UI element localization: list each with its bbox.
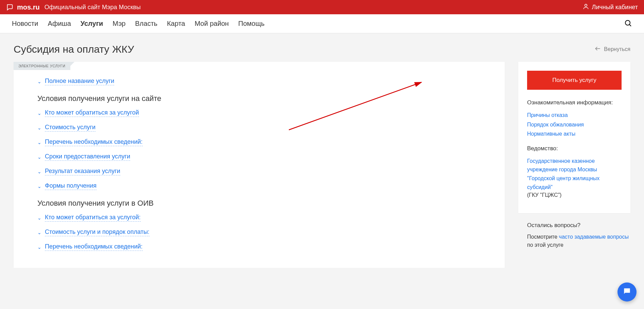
accordion-label: Перечень необходимых сведений: [45,138,143,146]
chevron-down-icon: ⌄ [37,244,41,250]
info-heading: Ознакомительная информация: [527,99,622,106]
nav-item-2[interactable]: Услуги [81,20,103,28]
main-card: ЭЛЕКТРОННЫЕ УСЛУГИ ⌄ Полное название усл… [14,62,505,268]
accordion-site-1[interactable]: ⌄Стоимость услуги [24,124,494,132]
accordion-oiv-1[interactable]: ⌄Стоимость услуги и порядок оплаты: [24,228,494,236]
sidebar-card: Получить услугу Ознакомительная информац… [518,62,630,213]
site-description: Официальный сайт Мэра Москвы [45,4,141,11]
questions-heading: Остались вопросы? [527,222,630,229]
chevron-down-icon: ⌄ [37,184,41,189]
accordion-label: Формы получения [45,182,97,190]
accordion-site-2[interactable]: ⌄Перечень необходимых сведений: [24,138,494,146]
svg-point-1 [625,20,630,25]
chevron-down-icon: ⌄ [37,230,41,235]
accordion-label: Сроки предоставления услуги [45,153,130,161]
page-header: Субсидия на оплату ЖКУ Вернуться [14,44,630,55]
accordion-site-4[interactable]: ⌄Результат оказания услуги [24,168,494,175]
agency-heading: Ведомство: [527,145,622,152]
section-title-site: Условия получения услуги на сайте [24,94,494,103]
accordion-site-5[interactable]: ⌄Формы получения [24,182,494,190]
account-link[interactable]: Личный кабинет [582,3,638,12]
nav-item-4[interactable]: Власть [135,20,158,28]
agency-link[interactable]: Государственное казенное учреждение горо… [527,157,622,191]
back-link[interactable]: Вернуться [594,45,630,53]
nav-item-1[interactable]: Афиша [48,20,71,28]
back-label: Вернуться [604,46,630,52]
info-link-0[interactable]: Причины отказа [527,111,622,120]
search-icon[interactable] [624,19,632,29]
nav-items: НовостиАфишаУслугиМэрВластьКартаМой райо… [12,20,264,28]
agency-short: (ГКУ "ГЦЖС") [527,192,622,198]
main-nav: НовостиАфишаУслугиМэрВластьКартаМой райо… [0,14,644,33]
accordion-label: Результат оказания услуги [45,168,120,175]
layout: ЭЛЕКТРОННЫЕ УСЛУГИ ⌄ Полное название усл… [14,62,630,268]
info-links: Причины отказаПорядок обжалованияНормати… [527,111,622,138]
accordion-label: Кто может обратиться за услугой: [45,214,141,222]
nav-item-7[interactable]: Помощь [238,20,264,28]
svg-point-0 [585,4,587,6]
accordion-label: Полное название услуги [45,78,114,85]
accordion-label: Стоимость услуги и порядок оплаты: [45,228,150,236]
questions-text: Посмотрите часто задаваемые вопросы по э… [527,233,630,249]
chevron-down-icon: ⌄ [37,154,41,160]
info-link-1[interactable]: Порядок обжалования [527,120,622,129]
questions-suffix: по этой услуге [527,242,563,248]
svg-line-2 [630,24,631,26]
chevron-down-icon: ⌄ [37,140,41,145]
accordion-label: Перечень необходимых сведений: [45,243,143,251]
chevron-down-icon: ⌄ [37,169,41,174]
faq-link[interactable]: часто задаваемые вопросы [559,234,629,240]
page: Субсидия на оплату ЖКУ Вернуться ЭЛЕКТРО… [0,33,644,268]
accordion-site-0[interactable]: ⌄Кто может обратиться за услугой [24,109,494,117]
nav-item-3[interactable]: Мэр [112,20,125,28]
chevron-down-icon: ⌄ [37,125,41,131]
site-name[interactable]: mos.ru [17,3,40,11]
arrow-left-icon [594,45,601,53]
accordion-item-full-name[interactable]: ⌄ Полное название услуги [24,78,494,85]
topbar: mos.ru Официальный сайт Мэра Москвы Личн… [0,0,644,14]
section-site-items: ⌄Кто может обратиться за услугой⌄Стоимос… [24,109,494,190]
nav-item-5[interactable]: Карта [167,20,185,28]
section-title-oiv: Условия получения услуги в ОИВ [24,199,494,208]
chevron-down-icon: ⌄ [37,110,41,116]
topbar-left: mos.ru Официальный сайт Мэра Москвы [6,3,141,11]
nav-item-6[interactable]: Мой район [195,20,229,28]
person-icon [582,3,589,12]
chevron-down-icon: ⌄ [37,215,41,221]
accordion-label: Стоимость услуги [45,124,95,132]
account-label: Личный кабинет [592,4,638,11]
page-title: Субсидия на оплату ЖКУ [14,44,134,55]
sidebar-questions: Остались вопросы? Посмотрите часто задав… [518,213,630,249]
service-tag: ЭЛЕКТРОННЫЕ УСЛУГИ [14,62,70,70]
chevron-down-icon: ⌄ [37,79,41,84]
accordion-site-3[interactable]: ⌄Сроки предоставления услуги [24,153,494,161]
accordion-label: Кто может обратиться за услугой [45,109,139,117]
questions-prefix: Посмотрите [527,234,559,240]
logo-icon [6,3,14,11]
accordion-oiv-2[interactable]: ⌄Перечень необходимых сведений: [24,243,494,251]
accordion-oiv-0[interactable]: ⌄Кто может обратиться за услугой: [24,214,494,222]
get-service-button[interactable]: Получить услугу [527,71,622,90]
section-oiv-items: ⌄Кто может обратиться за услугой:⌄Стоимо… [24,214,494,251]
nav-item-0[interactable]: Новости [12,20,38,28]
sidebar: Получить услугу Ознакомительная информац… [518,62,630,249]
info-link-2[interactable]: Нормативные акты [527,130,622,138]
